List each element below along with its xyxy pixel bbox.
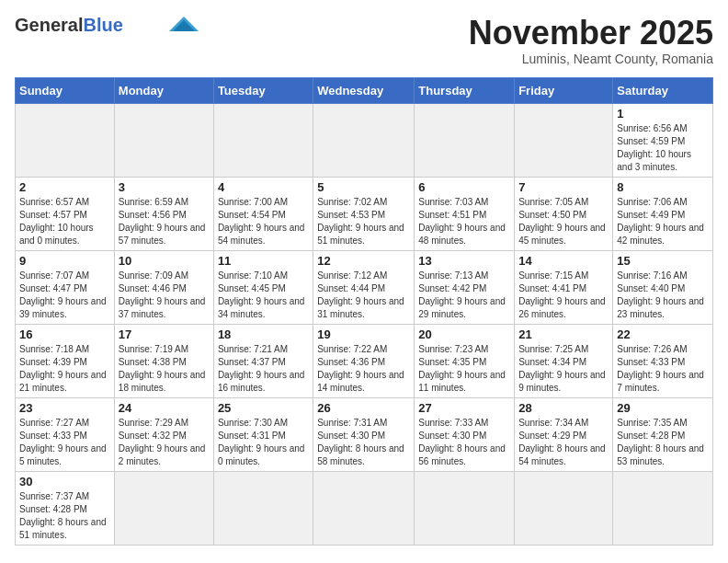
day-number: 21 <box>518 327 609 341</box>
day-info: Sunrise: 7:25 AM Sunset: 4:34 PM Dayligh… <box>518 343 609 395</box>
calendar-cell: 11Sunrise: 7:10 AM Sunset: 4:45 PM Dayli… <box>213 250 313 324</box>
day-number: 19 <box>317 327 410 341</box>
calendar-cell <box>16 103 115 177</box>
day-number: 10 <box>119 254 210 268</box>
day-info: Sunrise: 7:37 AM Sunset: 4:28 PM Dayligh… <box>19 490 110 542</box>
day-number: 25 <box>218 401 309 415</box>
day-number: 13 <box>418 254 510 268</box>
day-info: Sunrise: 7:33 AM Sunset: 4:30 PM Dayligh… <box>418 417 510 468</box>
calendar-week-row: 9Sunrise: 7:07 AM Sunset: 4:47 PM Daylig… <box>16 250 713 324</box>
day-number: 12 <box>317 254 410 268</box>
day-number: 14 <box>518 254 609 268</box>
calendar-cell: 29Sunrise: 7:35 AM Sunset: 4:28 PM Dayli… <box>613 397 713 471</box>
day-number: 2 <box>19 180 110 194</box>
day-number: 27 <box>418 401 510 415</box>
day-number: 26 <box>317 401 410 415</box>
weekday-header-friday: Friday <box>515 77 613 103</box>
day-info: Sunrise: 7:30 AM Sunset: 4:31 PM Dayligh… <box>218 417 309 468</box>
day-number: 8 <box>617 180 709 194</box>
header: GeneralBlue November 2025 Luminis, Neamt… <box>15 15 713 66</box>
day-number: 1 <box>617 107 709 121</box>
weekday-header-thursday: Thursday <box>415 77 515 103</box>
calendar-week-row: 2Sunrise: 6:57 AM Sunset: 4:57 PM Daylig… <box>16 177 713 250</box>
day-number: 16 <box>19 327 110 341</box>
day-number: 20 <box>418 327 510 341</box>
calendar-cell <box>213 471 313 545</box>
day-info: Sunrise: 7:27 AM Sunset: 4:33 PM Dayligh… <box>19 417 110 468</box>
calendar-cell: 30Sunrise: 7:37 AM Sunset: 4:28 PM Dayli… <box>16 471 115 545</box>
day-info: Sunrise: 7:05 AM Sunset: 4:50 PM Dayligh… <box>518 196 609 247</box>
calendar-cell <box>313 103 415 177</box>
calendar-cell: 22Sunrise: 7:26 AM Sunset: 4:33 PM Dayli… <box>613 324 713 397</box>
day-info: Sunrise: 7:15 AM Sunset: 4:41 PM Dayligh… <box>518 270 609 321</box>
calendar-cell: 19Sunrise: 7:22 AM Sunset: 4:36 PM Dayli… <box>313 324 415 397</box>
calendar-cell: 21Sunrise: 7:25 AM Sunset: 4:34 PM Dayli… <box>515 324 613 397</box>
calendar-cell: 18Sunrise: 7:21 AM Sunset: 4:37 PM Dayli… <box>213 324 313 397</box>
day-number: 18 <box>218 327 309 341</box>
day-number: 22 <box>617 327 709 341</box>
calendar-cell <box>114 103 213 177</box>
calendar-cell: 6Sunrise: 7:03 AM Sunset: 4:51 PM Daylig… <box>415 177 515 250</box>
day-info: Sunrise: 7:35 AM Sunset: 4:28 PM Dayligh… <box>617 417 709 468</box>
day-number: 11 <box>218 254 309 268</box>
calendar-week-row: 30Sunrise: 7:37 AM Sunset: 4:28 PM Dayli… <box>16 471 713 545</box>
day-info: Sunrise: 7:06 AM Sunset: 4:49 PM Dayligh… <box>617 196 709 247</box>
month-title: November 2025 <box>469 15 713 52</box>
calendar-cell: 3Sunrise: 6:59 AM Sunset: 4:56 PM Daylig… <box>114 177 213 250</box>
day-info: Sunrise: 7:00 AM Sunset: 4:54 PM Dayligh… <box>218 196 309 247</box>
calendar-cell: 13Sunrise: 7:13 AM Sunset: 4:42 PM Dayli… <box>415 250 515 324</box>
location-subtitle: Luminis, Neamt County, Romania <box>469 52 713 66</box>
calendar-cell <box>515 471 613 545</box>
logo-text: GeneralBlue <box>15 15 123 35</box>
day-info: Sunrise: 6:57 AM Sunset: 4:57 PM Dayligh… <box>19 196 110 247</box>
day-number: 23 <box>19 401 110 415</box>
calendar-cell: 28Sunrise: 7:34 AM Sunset: 4:29 PM Dayli… <box>515 397 613 471</box>
calendar-cell <box>213 103 313 177</box>
calendar-cell <box>515 103 613 177</box>
calendar-cell <box>313 471 415 545</box>
calendar-week-row: 16Sunrise: 7:18 AM Sunset: 4:39 PM Dayli… <box>16 324 713 397</box>
day-info: Sunrise: 7:07 AM Sunset: 4:47 PM Dayligh… <box>19 270 110 321</box>
day-number: 24 <box>119 401 210 415</box>
calendar-cell: 4Sunrise: 7:00 AM Sunset: 4:54 PM Daylig… <box>213 177 313 250</box>
weekday-header-monday: Monday <box>114 77 213 103</box>
weekday-header-sunday: Sunday <box>16 77 115 103</box>
day-info: Sunrise: 7:03 AM Sunset: 4:51 PM Dayligh… <box>418 196 510 247</box>
weekday-header-tuesday: Tuesday <box>213 77 313 103</box>
day-info: Sunrise: 6:56 AM Sunset: 4:59 PM Dayligh… <box>617 122 709 174</box>
day-number: 5 <box>317 180 410 194</box>
day-info: Sunrise: 7:18 AM Sunset: 4:39 PM Dayligh… <box>19 343 110 395</box>
weekday-header-row: SundayMondayTuesdayWednesdayThursdayFrid… <box>16 77 713 103</box>
day-number: 9 <box>19 254 110 268</box>
day-number: 6 <box>418 180 510 194</box>
calendar-cell: 10Sunrise: 7:09 AM Sunset: 4:46 PM Dayli… <box>114 250 213 324</box>
day-number: 29 <box>617 401 709 415</box>
calendar-cell <box>613 471 713 545</box>
calendar-week-row: 1Sunrise: 6:56 AM Sunset: 4:59 PM Daylig… <box>16 103 713 177</box>
day-info: Sunrise: 6:59 AM Sunset: 4:56 PM Dayligh… <box>119 196 210 247</box>
day-info: Sunrise: 7:21 AM Sunset: 4:37 PM Dayligh… <box>218 343 309 395</box>
day-number: 7 <box>518 180 609 194</box>
day-number: 30 <box>19 475 110 488</box>
calendar-cell: 17Sunrise: 7:19 AM Sunset: 4:38 PM Dayli… <box>114 324 213 397</box>
weekday-header-saturday: Saturday <box>613 77 713 103</box>
day-number: 3 <box>119 180 210 194</box>
day-number: 15 <box>617 254 709 268</box>
day-info: Sunrise: 7:31 AM Sunset: 4:30 PM Dayligh… <box>317 417 410 468</box>
day-info: Sunrise: 7:13 AM Sunset: 4:42 PM Dayligh… <box>418 270 510 321</box>
calendar-cell: 14Sunrise: 7:15 AM Sunset: 4:41 PM Dayli… <box>515 250 613 324</box>
calendar-cell <box>415 103 515 177</box>
day-number: 17 <box>119 327 210 341</box>
calendar-cell: 5Sunrise: 7:02 AM Sunset: 4:53 PM Daylig… <box>313 177 415 250</box>
calendar-cell <box>415 471 515 545</box>
day-number: 4 <box>218 180 309 194</box>
calendar-cell: 15Sunrise: 7:16 AM Sunset: 4:40 PM Dayli… <box>613 250 713 324</box>
day-info: Sunrise: 7:12 AM Sunset: 4:44 PM Dayligh… <box>317 270 410 321</box>
calendar-cell <box>114 471 213 545</box>
day-info: Sunrise: 7:23 AM Sunset: 4:35 PM Dayligh… <box>418 343 510 395</box>
calendar-cell: 1Sunrise: 6:56 AM Sunset: 4:59 PM Daylig… <box>613 103 713 177</box>
calendar-cell: 24Sunrise: 7:29 AM Sunset: 4:32 PM Dayli… <box>114 397 213 471</box>
weekday-header-wednesday: Wednesday <box>313 77 415 103</box>
calendar-cell: 16Sunrise: 7:18 AM Sunset: 4:39 PM Dayli… <box>16 324 115 397</box>
calendar-cell: 2Sunrise: 6:57 AM Sunset: 4:57 PM Daylig… <box>16 177 115 250</box>
